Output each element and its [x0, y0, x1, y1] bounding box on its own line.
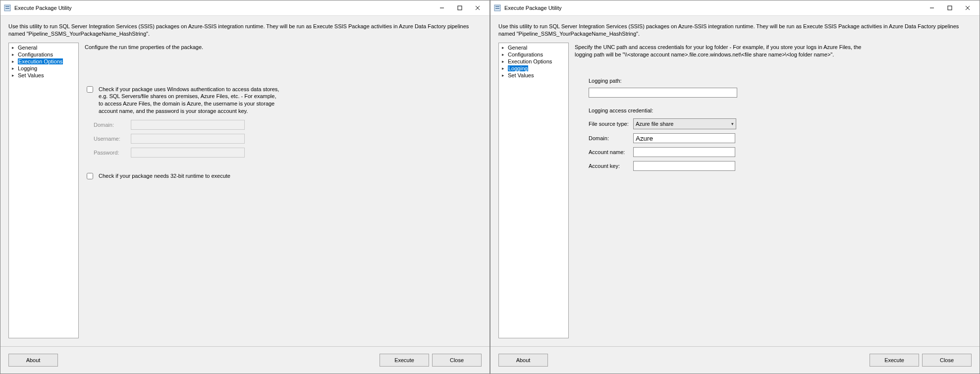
domain-input[interactable] [633, 133, 735, 143]
nav-item-set-values[interactable]: ▸Set Values [500, 72, 567, 79]
close-button[interactable] [959, 1, 977, 15]
content-panel: Specify the UNC path and access credenti… [575, 43, 972, 338]
nav-item-configurations[interactable]: ▸Configurations [10, 51, 77, 58]
password-label: Password: [94, 150, 131, 156]
window-controls [433, 1, 487, 15]
nav-item-execution-options[interactable]: ▸Execution Options [500, 58, 567, 65]
logging-path-input[interactable] [589, 88, 737, 98]
window-title: Execute Package Utility [14, 5, 433, 11]
nav-panel: ▸General ▸Configurations ▸Execution Opti… [498, 43, 569, 338]
window-controls [923, 1, 977, 15]
nav-item-general[interactable]: ▸General [500, 44, 567, 51]
username-label: Username: [94, 136, 131, 142]
svg-rect-9 [495, 8, 499, 9]
about-button[interactable]: About [498, 354, 548, 367]
execute-button[interactable]: Execute [380, 354, 429, 367]
utility-description: Use this utility to run SQL Server Integ… [0, 16, 490, 43]
close-button[interactable] [469, 1, 487, 15]
nav-item-logging[interactable]: ▸Logging [10, 65, 77, 72]
app-icon [3, 4, 11, 12]
about-button[interactable]: About [8, 354, 58, 367]
nav-item-logging[interactable]: ▸Logging [500, 65, 567, 72]
username-input [131, 134, 245, 144]
minimize-button[interactable] [923, 1, 941, 15]
titlebar: Execute Package Utility [490, 0, 980, 16]
account-name-input[interactable] [633, 147, 735, 157]
chevron-down-icon: ▾ [731, 121, 734, 126]
32bit-label: Check if your package needs 32-bit runti… [99, 172, 282, 180]
nav-panel: ▸General ▸Configurations ▸Execution Opti… [8, 43, 79, 338]
minimize-button[interactable] [433, 1, 451, 15]
footer: About Execute Close [0, 346, 490, 374]
maximize-button[interactable] [451, 1, 469, 15]
svg-rect-11 [948, 6, 952, 10]
content-panel: Configure the run time properties of the… [85, 43, 482, 338]
footer: About Execute Close [490, 346, 980, 374]
account-name-label: Account name: [589, 149, 633, 155]
close-dialog-button[interactable]: Close [922, 354, 972, 367]
nav-item-set-values[interactable]: ▸Set Values [10, 72, 77, 79]
window-execution-options: Execute Package Utility Use this utility… [0, 0, 490, 374]
file-source-select[interactable]: Azure file share ▾ [633, 118, 736, 129]
window-logging: Execute Package Utility Use this utility… [490, 0, 980, 374]
maximize-button[interactable] [941, 1, 959, 15]
close-dialog-button[interactable]: Close [432, 354, 482, 367]
titlebar: Execute Package Utility [0, 0, 490, 16]
windows-auth-label: Check if your package uses Windows authe… [99, 86, 282, 115]
windows-auth-checkbox[interactable] [87, 86, 93, 93]
app-icon [493, 4, 501, 12]
content-heading: Configure the run time properties of the… [85, 43, 482, 86]
svg-rect-8 [495, 6, 499, 7]
execute-button[interactable]: Execute [870, 354, 919, 367]
utility-description: Use this utility to run SQL Server Integ… [490, 16, 980, 43]
domain-label: Domain: [94, 122, 131, 128]
domain-label: Domain: [589, 135, 633, 141]
account-key-input[interactable] [633, 161, 735, 171]
nav-item-execution-options[interactable]: ▸Execution Options [10, 58, 77, 65]
password-input [131, 148, 245, 158]
svg-rect-1 [5, 6, 9, 7]
nav-item-general[interactable]: ▸General [10, 44, 77, 51]
nav-item-configurations[interactable]: ▸Configurations [500, 51, 567, 58]
credential-section-label: Logging access credential: [589, 107, 972, 113]
32bit-checkbox[interactable] [87, 173, 93, 179]
file-source-label: File source type: [589, 121, 633, 127]
account-key-label: Account key: [589, 163, 633, 169]
svg-rect-4 [458, 6, 462, 10]
logging-path-label: Logging path: [589, 78, 972, 84]
domain-input [131, 120, 245, 130]
window-title: Execute Package Utility [504, 5, 923, 11]
svg-rect-2 [5, 8, 9, 9]
content-heading: Specify the UNC path and access credenti… [575, 43, 862, 78]
